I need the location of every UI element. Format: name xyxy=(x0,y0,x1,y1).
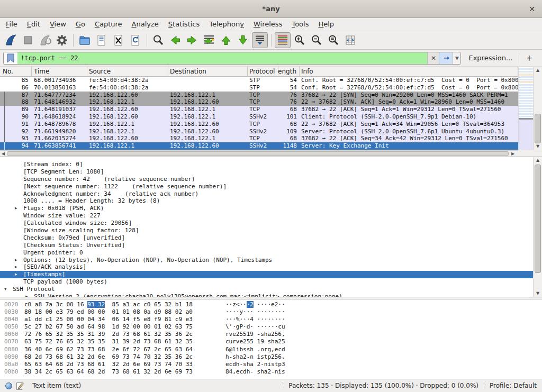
detail-line[interactable]: ▸[Timestamps] xyxy=(0,271,542,278)
start-capture-icon[interactable] xyxy=(3,32,19,48)
filter-bookmark-icon[interactable] xyxy=(4,52,17,64)
open-capture-file-icon[interactable] xyxy=(77,32,93,48)
column-header[interactable]: Time xyxy=(32,67,87,76)
packet-row[interactable]: 88 71.648146932 192.168.122.1 192.168.12… xyxy=(0,98,518,106)
packet-list-hscrollbar[interactable]: ◀ ▶ xyxy=(0,150,518,157)
zoom-reset-icon[interactable] xyxy=(326,32,341,48)
hex-row[interactable]: 0040 a1 dd c1 25 00 00 04 34 06 14 f5 e8… xyxy=(0,316,542,323)
add-filter-button[interactable]: + xyxy=(519,53,539,63)
scroll-right-icon[interactable]: ▶ xyxy=(510,151,516,157)
scroll-left-icon[interactable]: ◀ xyxy=(0,151,6,157)
colorize-packets-icon[interactable] xyxy=(275,32,291,48)
go-last-packet-icon[interactable] xyxy=(235,32,251,48)
go-to-packet-icon[interactable] xyxy=(201,32,217,48)
scrollbar-thumb[interactable] xyxy=(535,114,541,143)
menu-item[interactable]: Go xyxy=(71,18,90,31)
detail-line[interactable]: [Calculated window size: 29056] xyxy=(0,220,542,227)
scroll-up-icon[interactable]: ▲ xyxy=(534,157,542,163)
detail-line[interactable]: ▸SSH Version 2 (encryption:chacha20-poly… xyxy=(0,293,542,297)
filter-clear-icon[interactable]: ✕ xyxy=(427,52,439,64)
column-header[interactable]: Destination xyxy=(168,67,248,76)
packet-row[interactable]: 94 71.663856741 192.168.122.1 192.168.12… xyxy=(0,142,518,150)
detail-line[interactable]: ▾SSH Protocol xyxy=(0,286,542,293)
capture-options-icon[interactable] xyxy=(54,32,70,48)
status-profile[interactable]: Profile: Default xyxy=(490,382,537,389)
packet-row[interactable]: 87 71.647777234 192.168.122.60 192.168.1… xyxy=(0,92,518,99)
menu-item[interactable]: Telephony xyxy=(204,18,249,31)
display-filter-input[interactable] xyxy=(17,52,427,64)
scroll-up-icon[interactable]: ▲ xyxy=(534,67,542,74)
expand-icon[interactable]: ▸ xyxy=(15,257,23,264)
expand-icon[interactable]: ▸ xyxy=(25,293,34,297)
detail-line[interactable]: ▸Flags: 0x018 (PSH, ACK) xyxy=(0,205,542,212)
menu-item[interactable]: Wireless xyxy=(249,18,287,31)
close-capture-file-icon[interactable] xyxy=(111,32,127,48)
restart-capture-icon[interactable] xyxy=(37,32,53,48)
auto-scroll-icon[interactable] xyxy=(252,32,268,48)
hex-row[interactable]: 00b0 38 34 2c 65 63 64 68 2d 73 68 61 32… xyxy=(0,368,542,376)
detail-line[interactable]: ▸Options: (12 bytes), No-Operation (NOP)… xyxy=(0,257,542,264)
capture-comment-icon[interactable] xyxy=(16,382,24,390)
stop-capture-icon[interactable] xyxy=(20,32,36,48)
column-header[interactable]: Info xyxy=(300,67,518,76)
packet-row[interactable]: 91 71.648789678 192.168.122.1 192.168.12… xyxy=(0,121,518,128)
expression-button[interactable]: Expression... xyxy=(461,54,519,62)
menu-item[interactable]: Statistics xyxy=(164,18,204,31)
menu-item[interactable]: File xyxy=(1,18,22,31)
detail-line[interactable]: [Checksum Status: Unverified] xyxy=(0,242,542,249)
column-header[interactable]: Source xyxy=(87,67,168,76)
menu-item[interactable]: Capture xyxy=(90,18,127,31)
details-scrollbar[interactable]: ▲ ▼ xyxy=(533,157,542,297)
expand-icon[interactable]: ▸ xyxy=(15,263,23,271)
menu-item[interactable]: Tools xyxy=(287,18,313,31)
hex-row[interactable]: 0070 63 75 72 76 65 32 35 35 31 39 2d 73… xyxy=(0,338,542,345)
go-back-icon[interactable] xyxy=(167,32,183,48)
detail-line[interactable]: Checksum: 0x79ed [unverified] xyxy=(0,234,542,242)
scroll-down-icon[interactable]: ▼ xyxy=(534,143,542,150)
hex-row[interactable]: 0060 72 76 65 32 35 35 31 39 2d 73 68 61… xyxy=(0,331,542,338)
menu-item[interactable]: View xyxy=(45,18,71,31)
expand-icon[interactable]: ▸ xyxy=(15,205,23,212)
go-first-packet-icon[interactable] xyxy=(218,32,234,48)
packet-row[interactable]: 86 70.013850163 fe:54:00:d4:38:2a STP 54… xyxy=(0,84,518,92)
expand-icon[interactable]: ▸ xyxy=(15,271,23,278)
go-forward-icon[interactable] xyxy=(184,32,200,48)
save-capture-file-icon[interactable] xyxy=(94,32,110,48)
find-packet-icon[interactable] xyxy=(150,32,166,48)
menu-item[interactable]: Help xyxy=(313,18,339,31)
scroll-down-icon[interactable]: ▼ xyxy=(534,290,542,297)
detail-line[interactable]: Sequence number: 42 (relative sequence n… xyxy=(0,176,542,183)
reload-capture-file-icon[interactable] xyxy=(128,32,143,48)
hex-row[interactable]: 0090 68 2d 73 68 61 32 2d 6e 69 73 74 70… xyxy=(0,353,542,361)
hex-row[interactable]: 0080 36 40 6c 69 62 73 73 68 2e 6f 72 67… xyxy=(0,346,542,353)
detail-line[interactable]: [Stream index: 0] xyxy=(0,161,542,168)
detail-line[interactable]: [TCP Segment Len: 1080] xyxy=(0,168,542,176)
intelligent-scrollbar-minimap[interactable] xyxy=(518,67,533,150)
filter-dropdown-icon[interactable]: ▼ xyxy=(453,52,460,64)
close-window-icon[interactable]: ✕ xyxy=(527,4,537,14)
menu-item[interactable]: Analyze xyxy=(127,18,164,31)
detail-line[interactable]: Urgent pointer: 0 xyxy=(0,249,542,257)
hscrollbar-thumb[interactable] xyxy=(7,151,509,156)
packet-row[interactable]: 89 71.648191037 192.168.122.60 192.168.1… xyxy=(0,106,518,113)
hex-row[interactable]: 0050 5c 27 b2 67 50 ad 64 98 1d 92 00 00… xyxy=(0,323,542,331)
hex-row[interactable]: 00a0 65 63 64 68 2d 73 68 61 32 2d 6e 69… xyxy=(0,361,542,368)
detail-line[interactable]: 1000 .... = Header Length: 32 bytes (8) xyxy=(0,197,542,205)
expand-icon[interactable]: ▾ xyxy=(4,286,13,293)
hex-row[interactable]: 0030 80 18 00 e3 79 ed 00 00 01 01 08 0a… xyxy=(0,308,542,316)
packet-row[interactable]: 93 71.662015274 192.168.122.60 192.168.1… xyxy=(0,135,518,142)
detail-line[interactable]: [Next sequence number: 1122 (relative se… xyxy=(0,183,542,190)
hex-row[interactable]: 0020 c0 a8 7a 3c 00 16 93 32 85 a3 ac c0… xyxy=(0,301,542,308)
packet-row[interactable]: 90 71.648618924 192.168.122.60 192.168.1… xyxy=(0,113,518,121)
detail-line[interactable]: [Window size scaling factor: 128] xyxy=(0,227,542,234)
column-header[interactable]: No. xyxy=(0,67,32,76)
resize-columns-icon[interactable] xyxy=(342,32,358,48)
detail-line[interactable]: ▸[SEQ/ACK analysis] xyxy=(0,263,542,271)
filter-apply-icon[interactable]: → xyxy=(439,52,453,64)
column-header[interactable]: Length xyxy=(278,67,300,76)
detail-line[interactable]: Window size value: 227 xyxy=(0,212,542,220)
scrollbar-thumb[interactable] xyxy=(535,165,541,273)
packet-list-scrollbar[interactable]: ▲ ▼ xyxy=(533,67,542,150)
detail-line[interactable]: TCP payload (1080 bytes) xyxy=(0,278,542,286)
zoom-in-icon[interactable] xyxy=(292,32,308,48)
